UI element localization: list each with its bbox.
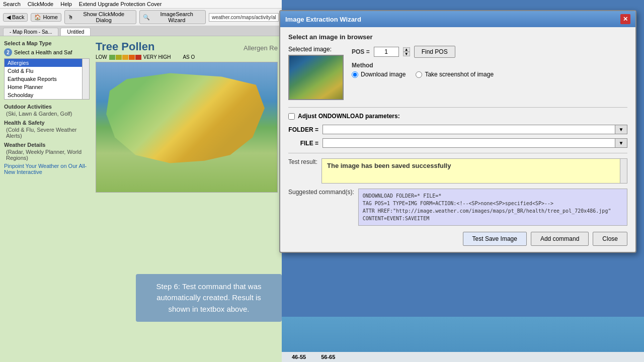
find-pos-button[interactable]: Find POS <box>414 46 455 58</box>
radio-screenshot-label: Take screenshot of image <box>425 71 494 78</box>
close-button[interactable]: Close <box>593 232 627 246</box>
browser-background: Search ClickMode Help Extend Upgrade Pro… <box>0 0 282 362</box>
folder-input[interactable] <box>323 125 615 134</box>
suggested-text: ONDOWNLOAD FOLDER=* FILE=* TAG POS=1 TYP… <box>363 192 623 222</box>
browser-content: Select a Map Type 2 Select a Health and … <box>0 36 282 197</box>
suggested-label: Suggested command(s): <box>288 189 354 226</box>
health-list[interactable]: Allergies Cold & Flu Earthquake Reports … <box>4 58 90 100</box>
divider-1 <box>288 107 627 108</box>
home-button[interactable]: 🏠 Home <box>31 13 61 22</box>
pos-method-section: POS = ▲ ▼ Find POS Method <box>352 46 627 78</box>
pollen-scale: LOW VERY HIGH AS O <box>96 54 278 60</box>
radio-screenshot[interactable]: Take screenshot of image <box>416 71 494 78</box>
image-preview-map <box>289 56 343 99</box>
dialog-body: Select an image in browser Selected imag… <box>280 27 635 252</box>
radio-download-label: Download image <box>361 71 406 78</box>
test-save-button[interactable]: Test Save Image <box>463 232 527 246</box>
image-preview <box>288 55 344 100</box>
pollen-content: Tree Pollen Allergen Re LOW VERY HIGH AS… <box>96 40 278 193</box>
folder-row: FOLDER = ▼ <box>288 125 627 134</box>
radio-download-input[interactable] <box>352 71 358 78</box>
map-area <box>96 62 278 193</box>
health-list-home[interactable]: Home Planner <box>5 83 89 91</box>
divider-2 <box>288 153 627 153</box>
legend-range1: 46-55 <box>292 354 306 360</box>
method-section: Method Download image Take screenshot of… <box>352 62 627 78</box>
test-result-text: The image has been saved successfully <box>327 162 458 169</box>
health-list-schoolday[interactable]: Schoolday <box>5 91 89 99</box>
url-bar[interactable] <box>209 13 279 22</box>
legend-bar: 46-55 56-65 <box>282 352 644 362</box>
health-list-cold[interactable]: Cold & Flu <box>5 67 89 75</box>
selected-image-row: Selected image: POS = ▲ ▼ Find POS <box>288 46 627 100</box>
weather-sidebar: Select a Map Type 2 Select a Health and … <box>4 40 90 193</box>
pos-label: POS = <box>352 48 370 55</box>
spinner-up[interactable]: ▲ <box>403 47 410 52</box>
adjust-section: Adjust ONDOWNLOAD parameters: <box>288 113 627 120</box>
folder-combo: ▼ <box>323 125 627 134</box>
section-title: Select an image in browser <box>288 33 627 41</box>
file-input[interactable] <box>323 138 615 148</box>
test-result-section: Test result: The image has been saved su… <box>288 158 627 184</box>
map-type-title: Select a Map Type <box>4 40 90 46</box>
legend-range2: 56-65 <box>321 354 335 360</box>
pollen-subtitle: Allergen Re <box>244 44 278 52</box>
suggested-box: ONDOWNLOAD FOLDER=* FILE=* TAG POS=1 TYP… <box>358 189 627 226</box>
suggested-section: Suggested command(s): ONDOWNLOAD FOLDER=… <box>288 189 627 226</box>
button-row: Test Save Image Add command Close <box>288 232 627 246</box>
test-result-scrollbar[interactable] <box>620 159 627 183</box>
spinner-down[interactable]: ▼ <box>403 52 410 56</box>
health-list-scrollbar[interactable] <box>82 59 89 99</box>
radio-row: Download image Take screenshot of image <box>352 71 627 78</box>
imagesearch-wizard-button[interactable]: 🔍 ImageSearch Wizard <box>139 10 206 24</box>
checkbox-area[interactable]: Adjust ONDOWNLOAD parameters: <box>288 113 400 120</box>
menu-clickmode[interactable]: ClickMode <box>28 1 53 7</box>
file-combo: ▼ <box>323 138 627 148</box>
tooltip-overlay: Step 6: Test command that was automatica… <box>136 274 282 322</box>
tab-maproom[interactable]: - Map Room - Sa... <box>3 28 58 36</box>
health-list-allergies[interactable]: Allergies <box>5 59 89 67</box>
pollen-title: Tree Pollen <box>96 40 154 53</box>
health-title: Select a Health and Saf <box>14 49 72 55</box>
file-dropdown[interactable]: ▼ <box>615 138 627 148</box>
weather-category: Weather Details (Radar, Weekly Planner, … <box>4 142 90 161</box>
health-number: 2 <box>4 48 12 56</box>
back-button[interactable]: ◀ Back <box>3 13 28 22</box>
menu-help[interactable]: Help <box>60 1 72 7</box>
browser-menu-bar: Search ClickMode Help Extend Upgrade Pro… <box>0 0 282 9</box>
pos-spinner[interactable]: ▲ ▼ <box>403 47 410 56</box>
add-command-button[interactable]: Add command <box>531 232 589 246</box>
health-category: Health & Safety (Cold & Flu, Severe Weat… <box>4 120 90 139</box>
bottom-map: 46-55 56-65 <box>282 317 644 362</box>
test-result-box: The image has been saved successfully <box>321 158 627 184</box>
show-clickmode-button[interactable]: 🖱 Show ClickMode Dialog <box>64 10 136 24</box>
radio-download[interactable]: Download image <box>352 71 406 78</box>
tab-untitled[interactable]: Untitled <box>60 28 91 36</box>
outdoor-category: Outdoor Activities (Ski, Lawn & Garden, … <box>4 104 90 117</box>
adjust-checkbox[interactable] <box>288 113 295 120</box>
file-row: FILE = ▼ <box>288 138 627 148</box>
adjust-label: Adjust ONDOWNLOAD parameters: <box>298 113 400 120</box>
dialog-close-button[interactable]: ✕ <box>620 14 630 24</box>
health-list-earthquake[interactable]: Earthquake Reports <box>5 75 89 83</box>
method-label: Method <box>352 62 627 69</box>
map-usa <box>101 67 273 184</box>
test-result-label: Test result: <box>288 158 317 165</box>
pinpoint-link[interactable]: Pinpoint Your Weather on Our All-New Int… <box>4 163 90 175</box>
dialog-titlebar: Image Extraction Wizard ✕ <box>280 11 635 27</box>
nav-bar: ◀ Back 🏠 Home 🖱 Show ClickMode Dialog 🔍 … <box>0 9 282 26</box>
radio-screenshot-input[interactable] <box>416 71 422 78</box>
pos-input[interactable] <box>374 47 399 57</box>
pos-control: POS = ▲ ▼ Find POS <box>352 46 627 58</box>
dialog-title: Image Extraction Wizard <box>285 16 361 23</box>
folder-dropdown[interactable]: ▼ <box>615 125 627 134</box>
menu-search[interactable]: Search <box>3 1 21 7</box>
menu-extend[interactable]: Extend Upgrade Protection Cover <box>79 1 162 7</box>
tabs-bar: - Map Room - Sa... Untitled <box>0 26 282 36</box>
selected-image-label: Selected image: <box>288 46 344 53</box>
health-header: 2 Select a Health and Saf <box>4 48 90 56</box>
folder-label: FOLDER = <box>288 126 318 133</box>
file-label: FILE = <box>288 140 318 147</box>
tooltip-text: Step 6: Test command that was automatica… <box>156 282 262 313</box>
image-extraction-wizard-dialog: Image Extraction Wizard ✕ Select an imag… <box>279 10 636 253</box>
